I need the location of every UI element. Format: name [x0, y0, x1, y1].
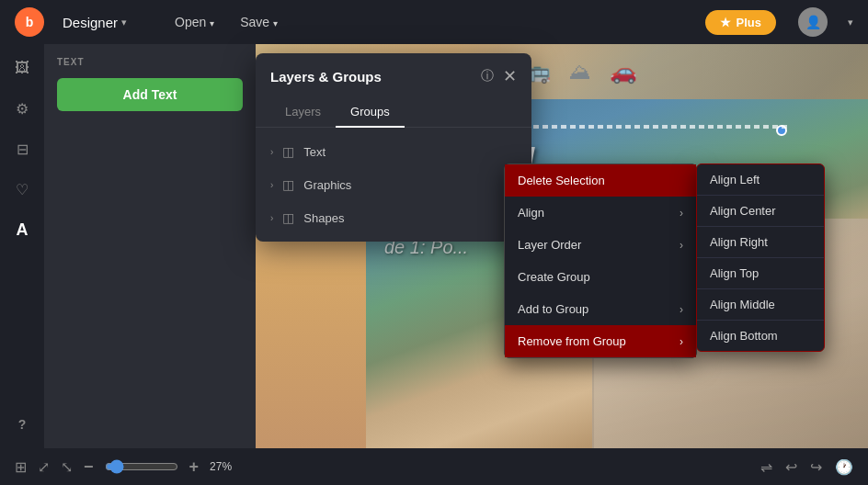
app-name[interactable]: Designer ▾: [63, 15, 127, 30]
sidebar-image-icon[interactable]: 🖼: [6, 51, 39, 85]
sidebar-heart-icon[interactable]: ♡: [6, 173, 39, 206]
layers-list: › ◫ Text › ◫ Graphics › ◫ Shapes: [256, 128, 531, 242]
zoom-slider[interactable]: [105, 459, 178, 474]
expand-icon[interactable]: ⤡: [61, 458, 73, 476]
chevron-right-icon: ›: [270, 147, 273, 157]
submenu-align-center[interactable]: Align Center: [697, 196, 824, 227]
list-item[interactable]: › ◫ Shapes: [256, 201, 531, 234]
zoom-percent: 27%: [210, 460, 243, 473]
panel-label: TEXT: [57, 57, 243, 67]
avatar-chevron[interactable]: ▾: [848, 17, 853, 28]
sidebar-text-icon[interactable]: A: [6, 213, 39, 246]
sidebar-sliders-icon[interactable]: ⚙: [6, 92, 39, 125]
top-bar: b Designer ▾ Open ▾ Save ▾ ★ Plus 👤 ▾: [0, 0, 868, 44]
flip-icon[interactable]: ⇌: [760, 458, 772, 476]
zoom-slider-container: [105, 459, 178, 474]
topbar-menu: Open ▾ Save ▾: [164, 9, 314, 35]
ctx-create-group[interactable]: Create Group: [505, 261, 696, 293]
bottom-bar: ⊞ ⤢ ⤡ − + 27% ⇌ ↩ ↪ 🕐: [0, 448, 868, 485]
chevron-right-icon: ›: [680, 335, 683, 348]
app-logo[interactable]: b: [15, 7, 44, 37]
submenu-align-bottom[interactable]: Align Bottom: [697, 321, 824, 351]
zoom-out-button[interactable]: −: [84, 457, 94, 477]
left-sidebar: 🖼 ⚙ ⊟ ♡ A ?: [0, 44, 44, 448]
star-icon: ★: [720, 16, 731, 29]
avatar[interactable]: 👤: [798, 7, 828, 37]
bottom-right-icons: ⇌ ↩ ↪ 🕐: [760, 458, 853, 476]
layer-label-shapes: Shapes: [303, 211, 344, 225]
plus-button[interactable]: ★ Plus: [705, 10, 776, 35]
layers-icon: ◫: [282, 210, 294, 225]
info-icon[interactable]: ⓘ: [481, 68, 494, 85]
sidebar-grid-icon[interactable]: ⊟: [6, 132, 39, 165]
submenu-align-top[interactable]: Align Top: [697, 258, 824, 289]
layer-label-text: Text: [303, 145, 326, 159]
submenu-align-left[interactable]: Align Left: [697, 164, 824, 196]
layers-icon: ◫: [282, 177, 294, 192]
zoom-in-button[interactable]: +: [189, 457, 200, 477]
context-menu: Delete Selection Align › Layer Order › C…: [504, 164, 697, 358]
layers-bottom-icon[interactable]: ⊞: [15, 458, 27, 476]
ctx-remove-from-group[interactable]: Remove from Group ›: [505, 325, 696, 357]
chevron-right-icon: ›: [270, 213, 273, 223]
chevron-right-icon: ›: [680, 239, 683, 252]
menu-open[interactable]: Open ▾: [164, 9, 225, 35]
sidebar-help-icon[interactable]: ?: [6, 408, 39, 441]
layers-icon: ◫: [282, 144, 294, 159]
add-text-button[interactable]: Add Text: [57, 78, 243, 111]
ctx-add-to-group[interactable]: Add to Group ›: [505, 293, 696, 325]
align-submenu: Align Left Align Center Align Right Alig…: [696, 164, 825, 352]
layers-groups-modal: Layers & Groups ⓘ ✕ Layers Groups › ◫ Te…: [256, 53, 531, 242]
left-panel: TEXT Add Text: [44, 44, 256, 448]
chevron-right-icon: ›: [680, 207, 683, 220]
ctx-delete-selection[interactable]: Delete Selection: [505, 164, 696, 197]
menu-batch[interactable]: [292, 9, 314, 35]
submenu-align-right[interactable]: Align Right: [697, 227, 824, 258]
modal-close-button[interactable]: ✕: [503, 66, 517, 86]
redo-icon[interactable]: ↪: [810, 458, 822, 476]
menu-save[interactable]: Save ▾: [229, 9, 289, 35]
chevron-right-icon: ›: [270, 180, 273, 190]
modal-header: Layers & Groups ⓘ ✕: [256, 53, 531, 86]
layer-label-graphics: Graphics: [303, 178, 351, 192]
tab-layers[interactable]: Layers: [270, 97, 336, 128]
undo-icon[interactable]: ↩: [785, 458, 797, 476]
ctx-layer-order[interactable]: Layer Order ›: [505, 229, 696, 261]
ctx-align[interactable]: Align ›: [505, 197, 696, 229]
list-item[interactable]: › ◫ Graphics: [256, 168, 531, 201]
list-item[interactable]: › ◫ Text: [256, 135, 531, 168]
tab-groups[interactable]: Groups: [336, 97, 405, 128]
modal-tabs: Layers Groups: [256, 97, 531, 128]
history-icon[interactable]: 🕐: [835, 458, 853, 476]
chevron-right-icon: ›: [680, 303, 683, 316]
submenu-align-middle[interactable]: Align Middle: [697, 289, 824, 321]
transform-icon[interactable]: ⤢: [38, 458, 50, 476]
modal-title: Layers & Groups: [270, 69, 382, 85]
